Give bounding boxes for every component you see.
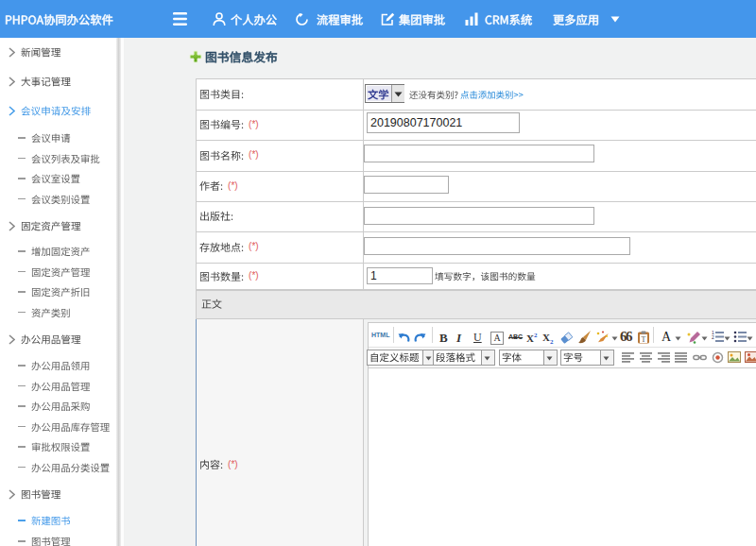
svg-text:T: T <box>642 335 646 344</box>
svg-text:2: 2 <box>712 334 714 340</box>
